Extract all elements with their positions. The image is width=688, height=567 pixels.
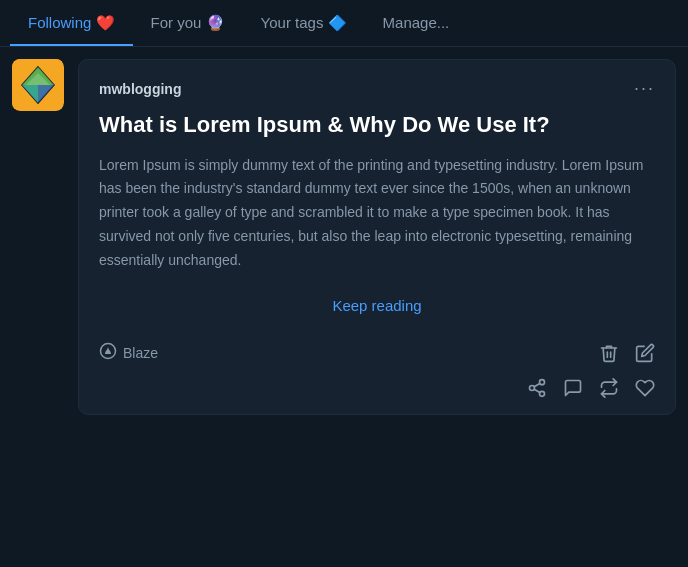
blaze-button[interactable]: Blaze [99,342,158,364]
post-title: What is Lorem Ipsum & Why Do We Use It? [99,111,655,140]
tab-for-you[interactable]: For you 🔮 [133,0,243,46]
like-button[interactable] [635,378,655,398]
tab-following-label: Following [28,14,91,31]
post-card: mwblogging ··· What is Lorem Ipsum & Why… [78,59,676,415]
tab-for-you-label: For you [151,14,202,31]
edit-button[interactable] [635,343,655,363]
blaze-label: Blaze [123,345,158,361]
following-emoji: ❤️ [96,14,115,31]
post-author: mwblogging [99,81,181,97]
for-you-emoji: 🔮 [206,14,225,31]
avatar-container [12,59,64,415]
tab-following[interactable]: Following ❤️ [10,0,133,46]
post-footer-top: Blaze [99,338,655,364]
post-header: mwblogging ··· [99,78,655,99]
tab-manage[interactable]: Manage... [365,0,468,46]
tab-your-tags-label: Your tags [261,14,324,31]
more-options-button[interactable]: ··· [634,78,655,99]
delete-button[interactable] [599,343,619,363]
nav-tabs: Following ❤️ For you 🔮 Your tags 🔷 Manag… [0,0,688,47]
avatar[interactable] [12,59,64,111]
comment-button[interactable] [563,378,583,398]
repost-button[interactable] [599,378,619,398]
svg-line-10 [534,383,540,386]
blaze-icon [99,342,117,364]
your-tags-emoji: 🔷 [328,14,347,31]
post-body: Lorem Ipsum is simply dummy text of the … [99,154,655,273]
post-actions-right [599,343,655,363]
share-button[interactable] [527,378,547,398]
tab-manage-label: Manage... [383,14,450,31]
content-area: mwblogging ··· What is Lorem Ipsum & Why… [0,47,688,427]
svg-line-9 [534,389,540,392]
post-footer-bottom [99,378,655,398]
keep-reading-link[interactable]: Keep reading [99,291,655,320]
tab-your-tags[interactable]: Your tags 🔷 [243,0,365,46]
